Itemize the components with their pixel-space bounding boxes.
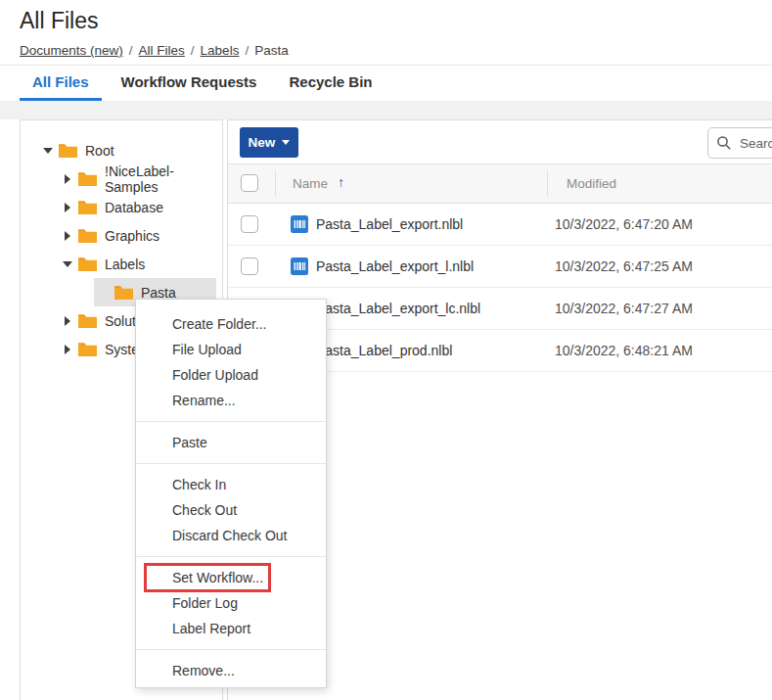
- menu-item-label: Set Workflow...: [172, 570, 263, 585]
- menu-item-folder-upload[interactable]: Folder Upload: [136, 362, 326, 388]
- table-header: Name ↑ Modified: [228, 164, 772, 204]
- file-name[interactable]: Pasta_Label_export_lc.nlbl: [316, 301, 480, 316]
- menu-separator: [136, 649, 326, 650]
- breadcrumb-separator: /: [129, 43, 133, 58]
- tree-item-root[interactable]: Root: [21, 136, 222, 164]
- label-file-icon: [291, 257, 308, 275]
- toolbar: New: [228, 120, 772, 164]
- folder-icon: [77, 312, 98, 329]
- menu-item-folder-log[interactable]: Folder Log: [136, 590, 326, 616]
- file-name[interactable]: Pasta_Label_export.nlbl: [316, 216, 463, 232]
- tab-bar: All Files Workflow Requests Recycle Bin: [0, 65, 772, 101]
- menu-item-paste[interactable]: Paste: [136, 430, 326, 455]
- menu-item-rename[interactable]: Rename...: [136, 388, 326, 413]
- file-modified: 10/3/2022, 6:47:25 AM: [555, 258, 693, 274]
- column-header-name[interactable]: Name: [293, 176, 328, 191]
- breadcrumb-separator: /: [191, 43, 195, 58]
- menu-item-set-workflow[interactable]: Set Workflow...: [136, 565, 326, 590]
- breadcrumb: Documents (new)/All Files/Labels/Pasta: [20, 43, 289, 58]
- tree-item-database[interactable]: Database: [21, 193, 222, 221]
- menu-item-check-out[interactable]: Check Out: [136, 497, 326, 523]
- column-divider: [275, 170, 276, 197]
- file-modified: 10/3/2022, 6:47:20 AM: [555, 216, 693, 232]
- file-modified: 10/3/2022, 6:47:27 AM: [555, 301, 693, 316]
- tree-item-label: Graphics: [105, 228, 159, 244]
- tree-item-label: Database: [105, 200, 163, 215]
- file-name[interactable]: Pasta_Label_prod.nlbl: [316, 343, 452, 358]
- tree-item-label: !NiceLabel-Samples: [105, 163, 222, 195]
- menu-item-check-in[interactable]: Check In: [136, 472, 326, 497]
- label-file-icon: [291, 215, 308, 233]
- caret-down-icon: [282, 140, 290, 145]
- folder-icon: [58, 142, 78, 159]
- folder-icon: [114, 284, 134, 301]
- chevron-right-icon[interactable]: [62, 173, 73, 185]
- page-title: All Files: [20, 8, 99, 34]
- sort-ascending-icon[interactable]: ↑: [338, 174, 344, 190]
- tree-item-label: Labels: [105, 257, 145, 272]
- select-all-checkbox[interactable]: [241, 174, 258, 192]
- search-box: [707, 127, 772, 159]
- folder-icon: [77, 256, 98, 272]
- tree-item-nicelabel-samples[interactable]: !NiceLabel-Samples: [21, 164, 222, 193]
- folder-icon: [77, 227, 98, 244]
- row-checkbox[interactable]: [241, 257, 258, 275]
- new-button[interactable]: New: [240, 127, 298, 158]
- content-background-band: [0, 101, 772, 119]
- tab-recycle-bin[interactable]: Recycle Bin: [276, 66, 385, 101]
- context-menu: Create Folder... File Upload Folder Uplo…: [135, 299, 327, 688]
- chevron-right-icon[interactable]: [62, 202, 73, 213]
- table-row[interactable]: Pasta_Label_export_l.nlbl 10/3/2022, 6:4…: [228, 246, 772, 288]
- menu-item-file-upload[interactable]: File Upload: [136, 337, 326, 362]
- folder-icon: [77, 170, 98, 187]
- tree-item-graphics[interactable]: Graphics: [21, 221, 222, 250]
- new-button-label: New: [249, 135, 276, 150]
- file-name[interactable]: Pasta_Label_export_l.nlbl: [316, 258, 474, 274]
- row-checkbox[interactable]: [241, 215, 258, 233]
- breadcrumb-link-labels[interactable]: Labels: [201, 43, 240, 58]
- table-row[interactable]: Pasta_Label_export.nlbl 10/3/2022, 6:47:…: [228, 204, 772, 246]
- tab-workflow-requests[interactable]: Workflow Requests: [109, 66, 270, 101]
- menu-separator: [136, 421, 326, 422]
- tree-item-labels[interactable]: Labels: [21, 250, 222, 278]
- chevron-right-icon[interactable]: [62, 230, 73, 242]
- menu-item-create-folder[interactable]: Create Folder...: [136, 311, 326, 337]
- folder-icon: [77, 199, 98, 215]
- breadcrumb-link-documents[interactable]: Documents (new): [20, 43, 123, 58]
- breadcrumb-separator: /: [245, 43, 249, 58]
- tab-all-files[interactable]: All Files: [20, 66, 102, 101]
- chevron-down-icon[interactable]: [42, 145, 54, 157]
- tree-item-label: Root: [85, 143, 114, 159]
- menu-item-label-report[interactable]: Label Report: [136, 616, 326, 641]
- chevron-down-icon[interactable]: [62, 258, 73, 270]
- search-input[interactable]: [707, 127, 772, 159]
- menu-item-discard-check-out[interactable]: Discard Check Out: [136, 523, 326, 548]
- column-divider: [547, 170, 548, 197]
- breadcrumb-link-all-files[interactable]: All Files: [139, 43, 185, 58]
- menu-item-remove[interactable]: Remove...: [136, 658, 326, 683]
- column-header-modified[interactable]: Modified: [567, 176, 616, 191]
- menu-separator: [136, 556, 326, 557]
- chevron-right-icon[interactable]: [62, 315, 73, 327]
- menu-separator: [136, 463, 326, 464]
- folder-icon: [77, 341, 98, 357]
- chevron-right-icon[interactable]: [62, 344, 73, 355]
- file-modified: 10/3/2022, 6:48:21 AM: [555, 343, 693, 358]
- breadcrumb-current: Pasta: [254, 43, 289, 58]
